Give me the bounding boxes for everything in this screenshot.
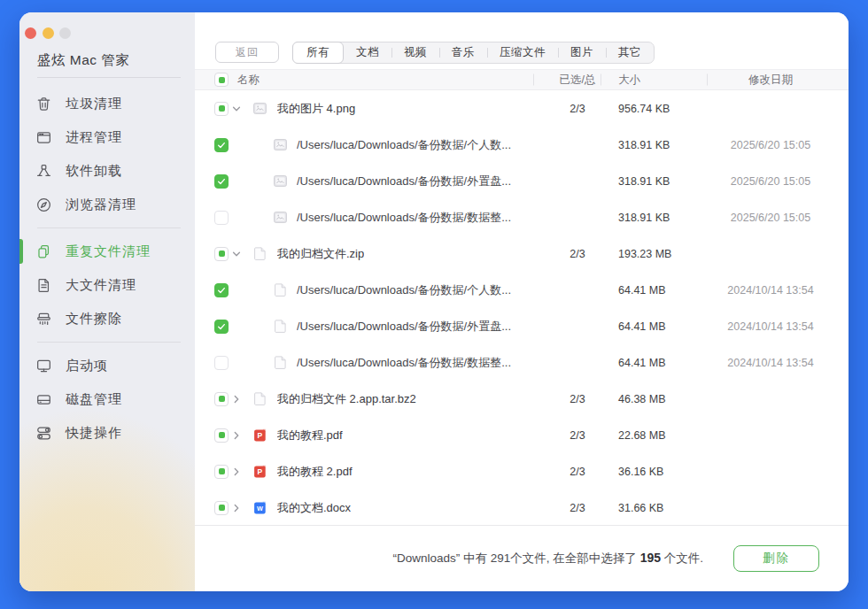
chevron-right-icon[interactable] (231, 466, 242, 477)
sidebar-title-divider (37, 77, 181, 78)
archive-file-icon (273, 355, 288, 370)
sidebar-item[interactable]: 重复文件清理 (19, 235, 195, 268)
file-size: 22.68 MB (601, 429, 707, 442)
row-checkbox[interactable] (214, 428, 229, 443)
image-file-icon (252, 101, 267, 116)
sidebar-item[interactable]: 磁盘管理 (19, 382, 195, 416)
file-name: 我的归档文件 2.app.tar.bz2 (277, 391, 416, 407)
chevron-right-icon[interactable] (231, 394, 242, 405)
duplicate-file-row[interactable]: /Users/luca/Downloads/备份数据/数据整...64.41 M… (195, 344, 849, 381)
name-cell: /Users/luca/Downloads/备份数据/外置盘... (195, 173, 533, 189)
row-checkbox[interactable] (214, 174, 229, 189)
file-name: 我的图片 4.png (277, 101, 355, 117)
selected-total-value: 2/3 (533, 393, 601, 405)
chevron-right-icon[interactable] (231, 503, 242, 513)
chevron-down-icon[interactable] (231, 249, 242, 259)
window-controls (25, 27, 71, 39)
back-button[interactable]: 返回 (215, 42, 279, 63)
row-checkbox[interactable] (214, 138, 229, 152)
filter-tab[interactable]: 图片 (558, 42, 606, 63)
word-file-icon: W (252, 500, 267, 515)
file-name: 我的教程 2.pdf (277, 464, 353, 480)
filter-tab[interactable]: 所有 (292, 42, 344, 64)
app-window-icon (35, 129, 52, 146)
table-header: 名称 已选/总 大小 修改日期 (195, 69, 849, 90)
file-group-row[interactable]: W我的文档.docx2/331.66 KB (195, 490, 849, 525)
file-group-row[interactable]: P我的教程 2.pdf2/336.16 KB (195, 453, 849, 490)
name-cell: W我的文档.docx (195, 500, 533, 516)
name-cell: 我的归档文件.zip (195, 246, 533, 262)
filter-tab[interactable]: 视频 (391, 42, 439, 63)
row-checkbox[interactable] (214, 247, 229, 261)
file-path: /Users/luca/Downloads/备份数据/数据整... (297, 210, 511, 226)
sidebar-divider (37, 342, 181, 343)
filter-tab[interactable]: 文档 (344, 42, 391, 63)
sidebar-item[interactable]: 浏览器清理 (19, 188, 195, 221)
duplicate-file-row[interactable]: /Users/luca/Downloads/备份数据/数据整...318.91 … (195, 199, 849, 235)
sidebar-item-label: 快捷操作 (66, 425, 122, 442)
filter-tab[interactable]: 其它 (606, 42, 654, 63)
file-size: 46.38 MB (601, 393, 707, 405)
file-group-row[interactable]: 我的图片 4.png2/3956.74 KB (195, 90, 849, 127)
row-checkbox[interactable] (214, 501, 229, 515)
row-checkbox[interactable] (214, 283, 229, 297)
file-list: 我的图片 4.png2/3956.74 KB/Users/luca/Downlo… (195, 90, 849, 525)
close-window-icon[interactable] (25, 27, 36, 39)
sidebar-item-label: 文件擦除 (66, 311, 122, 328)
sidebar-item[interactable]: 启动项 (19, 349, 195, 382)
image-file-icon (273, 137, 288, 152)
duplicate-file-row[interactable]: /Users/luca/Downloads/备份数据/外置盘...318.91 … (195, 163, 849, 199)
sidebar-item[interactable]: 软件卸载 (19, 154, 195, 188)
chevron-right-icon[interactable] (231, 430, 242, 441)
header-selected-total-label: 已选/总 (533, 73, 601, 88)
chevron-down-icon[interactable] (231, 104, 242, 114)
row-checkbox[interactable] (214, 465, 229, 479)
duplicate-file-row[interactable]: /Users/luca/Downloads/备份数据/个人数...64.41 M… (195, 272, 849, 308)
duplicate-file-row[interactable]: /Users/luca/Downloads/备份数据/个人数...318.91 … (195, 127, 849, 163)
file-path: /Users/luca/Downloads/备份数据/数据整... (297, 355, 511, 371)
header-name-cell: 名称 (195, 73, 533, 88)
file-group-row[interactable]: P我的教程.pdf2/322.68 MB (195, 417, 849, 453)
file-group-row[interactable]: 我的归档文件 2.app.tar.bz22/346.38 MB (195, 381, 849, 417)
filter-tab[interactable]: 音乐 (439, 42, 487, 63)
row-checkbox[interactable] (214, 102, 229, 116)
sidebar-item[interactable]: 垃圾清理 (19, 87, 195, 120)
archive-file-icon (273, 319, 288, 334)
svg-text:W: W (257, 505, 263, 513)
sidebar-item[interactable]: 文件擦除 (19, 302, 195, 335)
file-size: 318.91 KB (601, 139, 707, 151)
minimize-window-icon[interactable] (43, 27, 54, 39)
row-checkbox[interactable] (214, 356, 229, 370)
file-size: 318.91 KB (601, 175, 707, 188)
row-checkbox[interactable] (214, 320, 229, 334)
desktop-backdrop: 盛炫 Mac 管家 垃圾清理进程管理软件卸载浏览器清理重复文件清理大文件清理文件… (0, 0, 868, 609)
modified-date: 2024/10/14 13:54 (707, 357, 849, 369)
name-cell: /Users/luca/Downloads/备份数据/外置盘... (195, 319, 533, 335)
select-all-checkbox[interactable] (214, 73, 229, 87)
sidebar-item-label: 浏览器清理 (66, 197, 136, 213)
file-path: /Users/luca/Downloads/备份数据/外置盘... (297, 173, 511, 189)
sidebar-nav: 垃圾清理进程管理软件卸载浏览器清理重复文件清理大文件清理文件擦除启动项磁盘管理快… (19, 87, 195, 450)
duplicate-file-row[interactable]: /Users/luca/Downloads/备份数据/外置盘...64.41 M… (195, 308, 849, 344)
sidebar-item[interactable]: 快捷操作 (19, 416, 195, 450)
summary-prefix: “Downloads” 中有 291个文件, 在全部中选择了 (393, 551, 640, 565)
name-cell: /Users/luca/Downloads/备份数据/数据整... (195, 355, 533, 371)
file-size: 193.23 MB (601, 248, 707, 260)
sidebar-item[interactable]: 进程管理 (19, 120, 195, 154)
filter-tab[interactable]: 压缩文件 (487, 42, 558, 63)
row-checkbox[interactable] (214, 211, 229, 225)
delete-button[interactable]: 删除 (733, 545, 819, 572)
image-file-icon (273, 210, 288, 225)
filter-tabs: 所有文档视频音乐压缩文件图片其它 (292, 42, 655, 64)
file-path: /Users/luca/Downloads/备份数据/个人数... (297, 282, 511, 298)
name-cell: P我的教程 2.pdf (195, 464, 533, 480)
file-path: /Users/luca/Downloads/备份数据/个人数... (297, 137, 511, 153)
file-name: 我的教程.pdf (277, 428, 343, 443)
file-group-row[interactable]: 我的归档文件.zip2/3193.23 MB (195, 235, 849, 272)
zoom-window-icon[interactable] (59, 27, 71, 39)
sidebar-item[interactable]: 大文件清理 (19, 268, 195, 302)
modified-date: 2024/10/14 13:54 (707, 284, 849, 297)
sidebar-item-label: 进程管理 (66, 129, 122, 146)
row-checkbox[interactable] (214, 392, 229, 406)
selected-count: 195 (640, 551, 661, 565)
